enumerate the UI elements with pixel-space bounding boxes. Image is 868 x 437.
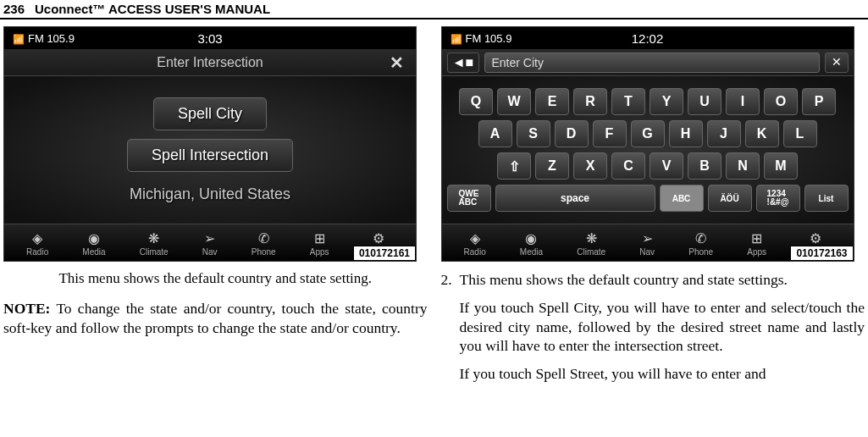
climate-icon: ❋ — [148, 230, 159, 247]
back-button[interactable]: ◄■ — [447, 53, 479, 73]
radio-nav[interactable]: ◈Radio — [26, 230, 48, 257]
list-item: 2. This menu shows the default country a… — [441, 270, 865, 392]
key-z[interactable]: Z — [535, 152, 569, 180]
screenshot-1: 📶 FM 105.9 3:03 Enter Intersection ✕ Spe… — [3, 26, 417, 262]
key-v[interactable]: V — [650, 152, 683, 180]
key-s[interactable]: S — [517, 120, 550, 147]
kb-row-4: QWE ABC space ABC ÄÖÜ 1234 !&#@ List — [447, 185, 849, 212]
media-nav[interactable]: ◉Media — [520, 230, 543, 257]
para-1: This menu shows the default country and … — [460, 270, 865, 290]
note-label: NOTE: — [3, 300, 50, 317]
page-header: 236 Uconnect™ ACCESS USER'S MANUAL — [0, 0, 868, 19]
key-umlaut[interactable]: ÄÖÜ — [708, 185, 752, 212]
phone-nav[interactable]: ✆Phone — [252, 230, 276, 257]
apps-icon: ⊞ — [314, 230, 325, 247]
key-x[interactable]: X — [573, 152, 607, 180]
radio-nav[interactable]: ◈Radio — [464, 230, 486, 257]
key-list[interactable]: List — [804, 185, 849, 212]
key-l[interactable]: L — [783, 120, 817, 147]
key-j[interactable]: J — [707, 120, 741, 147]
spell-city-button[interactable]: Spell City — [153, 97, 267, 130]
key-e[interactable]: E — [535, 88, 569, 115]
key-y[interactable]: Y — [650, 88, 683, 115]
note-paragraph: NOTE: To change the state and/or country… — [3, 299, 428, 338]
status-bar: 📶 FM 105.9 12:02 — [442, 27, 854, 49]
climate-nav[interactable]: ❋Climate — [140, 230, 169, 257]
manual-title: Uconnect™ ACCESS USER'S MANUAL — [35, 2, 270, 16]
signal-icon: 📶 — [451, 34, 461, 42]
left-column: 📶 FM 105.9 3:03 Enter Intersection ✕ Spe… — [3, 26, 428, 392]
city-input[interactable]: Enter City — [484, 53, 820, 73]
note-text: To change the state and/or country, touc… — [3, 300, 428, 336]
apps-nav[interactable]: ⊞Apps — [310, 230, 329, 257]
phone-icon: ✆ — [258, 230, 269, 247]
key-g[interactable]: G — [631, 120, 665, 147]
key-abc[interactable]: ABC — [660, 185, 704, 212]
status-left: 📶 FM 105.9 — [451, 32, 512, 45]
climate-nav[interactable]: ❋Climate — [577, 230, 605, 257]
content-columns: 📶 FM 105.9 3:03 Enter Intersection ✕ Spe… — [0, 19, 868, 392]
key-k[interactable]: K — [745, 120, 779, 147]
screen-title: Enter Intersection — [157, 55, 263, 70]
list-number: 2. — [441, 270, 460, 392]
key-qwe-abc[interactable]: QWE ABC — [447, 185, 491, 212]
key-h[interactable]: H — [669, 120, 703, 147]
close-icon[interactable]: ✕ — [390, 53, 404, 73]
key-a[interactable]: A — [478, 120, 512, 147]
key-o[interactable]: O — [764, 88, 798, 115]
key-t[interactable]: T — [611, 88, 645, 115]
right-column: 📶 FM 105.9 12:02 ◄■ Enter City ✕ Q W E R… — [441, 26, 865, 392]
apps-nav[interactable]: ⊞Apps — [747, 230, 766, 257]
key-u[interactable]: U — [688, 88, 721, 115]
key-b[interactable]: B — [688, 152, 721, 180]
key-q[interactable]: Q — [459, 88, 493, 115]
radio-icon: ◈ — [470, 230, 480, 247]
key-n[interactable]: N — [726, 152, 760, 180]
phone-nav[interactable]: ✆Phone — [688, 230, 713, 257]
key-i[interactable]: I — [726, 88, 760, 115]
station-label: FM 105.9 — [28, 32, 75, 45]
menu-area: Spell City Spell Intersection Michigan, … — [4, 76, 416, 224]
signal-icon: 📶 — [13, 34, 23, 42]
radio-icon: ◈ — [32, 230, 42, 247]
image-id: 010172161 — [353, 246, 416, 261]
para-3: If you touch Spell Street, you will have… — [460, 364, 865, 384]
kb-row-3: ⇧ Z X C V B N M — [447, 152, 849, 180]
nav-nav[interactable]: ➢Nav — [202, 230, 218, 257]
media-icon: ◉ — [525, 230, 537, 247]
key-p[interactable]: P — [802, 88, 836, 115]
key-w[interactable]: W — [497, 88, 531, 115]
kb-row-2: A S D F G H J K L — [447, 120, 849, 147]
media-nav[interactable]: ◉Media — [82, 230, 105, 257]
page-number: 236 — [0, 2, 35, 16]
screenshot-2: 📶 FM 105.9 12:02 ◄■ Enter City ✕ Q W E R… — [441, 26, 854, 262]
clear-button[interactable]: ✕ — [825, 53, 849, 73]
climate-icon: ❋ — [586, 230, 597, 247]
list-content: This menu shows the default country and … — [460, 270, 865, 392]
input-row: ◄■ Enter City ✕ — [442, 49, 854, 76]
title-bar: Enter Intersection ✕ — [4, 49, 416, 76]
key-shift[interactable]: ⇧ — [497, 152, 531, 180]
time-label: 12:02 — [632, 31, 664, 46]
time-label: 3:03 — [197, 31, 222, 46]
key-d[interactable]: D — [555, 120, 589, 147]
key-r[interactable]: R — [573, 88, 607, 115]
key-c[interactable]: C — [611, 152, 645, 180]
figure-caption: This menu shows the default country and … — [3, 270, 428, 287]
key-numbers[interactable]: 1234 !&#@ — [756, 185, 800, 212]
spell-intersection-button[interactable]: Spell Intersection — [127, 139, 293, 172]
key-f[interactable]: F — [593, 120, 627, 147]
image-id: 010172163 — [790, 246, 853, 261]
key-m[interactable]: M — [764, 152, 798, 180]
gear-icon: ⚙ — [373, 230, 384, 247]
phone-icon: ✆ — [695, 230, 706, 247]
station-label: FM 105.9 — [466, 32, 512, 45]
status-left: 📶 FM 105.9 — [13, 32, 75, 45]
gear-icon: ⚙ — [810, 230, 821, 247]
nav-nav[interactable]: ➢Nav — [639, 230, 655, 257]
apps-icon: ⊞ — [751, 230, 762, 247]
keyboard-area: Q W E R T Y U I O P A S D F G H — [442, 76, 854, 224]
nav-icon: ➢ — [642, 230, 653, 247]
location-label[interactable]: Michigan, United States — [130, 185, 290, 203]
key-space[interactable]: space — [495, 185, 655, 212]
